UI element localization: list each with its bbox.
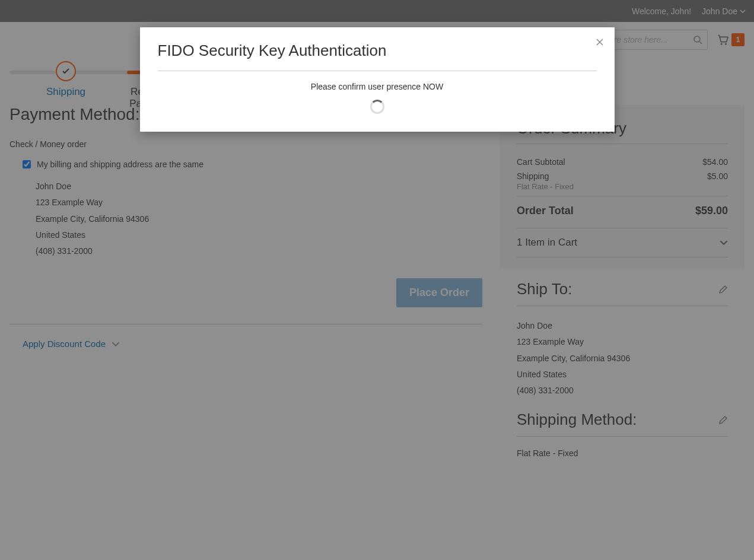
modal-body: Please confirm user presence NOW <box>158 71 597 114</box>
modal-overlay: FIDO Security Key Authentication Please … <box>0 0 754 560</box>
modal-close-button[interactable] <box>596 38 604 46</box>
fido-auth-modal: FIDO Security Key Authentication Please … <box>140 27 615 132</box>
close-icon <box>596 38 604 46</box>
modal-message: Please confirm user presence NOW <box>158 82 597 91</box>
loading-spinner-icon <box>370 100 384 114</box>
modal-title: FIDO Security Key Authentication <box>158 42 597 71</box>
